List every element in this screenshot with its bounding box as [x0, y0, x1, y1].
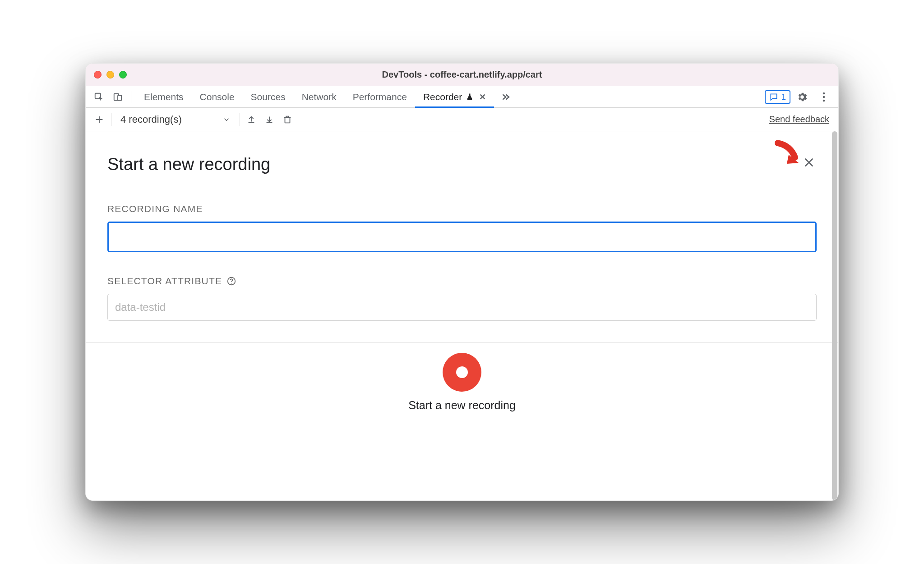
settings-button[interactable] — [792, 86, 812, 107]
tab-network[interactable]: Network — [294, 86, 345, 107]
tab-sources[interactable]: Sources — [243, 86, 294, 107]
record-icon — [456, 366, 468, 378]
help-icon[interactable] — [226, 276, 236, 286]
tab-label: Recorder — [423, 92, 462, 102]
panel-tabs: Elements Console Sources Network Perform… — [136, 86, 494, 107]
scrollbar[interactable] — [832, 131, 837, 500]
titlebar: DevTools - coffee-cart.netlify.app/cart — [86, 64, 838, 86]
tab-console[interactable]: Console — [192, 86, 243, 107]
plus-icon — [94, 115, 104, 125]
tab-recorder[interactable]: Recorder ✕ — [415, 86, 494, 107]
trash-icon — [282, 115, 292, 125]
upload-icon — [246, 115, 256, 125]
svg-point-5 — [823, 99, 825, 102]
svg-rect-2 — [118, 95, 121, 100]
inspect-element-icon[interactable] — [90, 86, 107, 107]
chevron-down-icon — [222, 116, 231, 124]
svg-point-4 — [823, 96, 825, 98]
tabstrip: Elements Console Sources Network Perform… — [86, 86, 838, 108]
tab-label: Console — [200, 92, 235, 102]
close-icon — [803, 157, 815, 168]
selector-attribute-label: SELECTOR ATTRIBUTE — [107, 276, 817, 287]
window-title: DevTools - coffee-cart.netlify.app/cart — [86, 69, 838, 80]
record-area: Start a new recording — [107, 343, 817, 500]
selector-attribute-input[interactable] — [107, 294, 817, 321]
kebab-icon — [822, 92, 825, 102]
gear-icon — [796, 91, 808, 103]
recording-name-label: RECORDING NAME — [107, 203, 817, 214]
import-button[interactable] — [263, 113, 276, 126]
panel-heading: Start a new recording — [107, 155, 270, 174]
flask-icon — [466, 93, 474, 101]
divider — [111, 113, 111, 126]
selector-attribute-label-text: SELECTOR ATTRIBUTE — [107, 276, 222, 287]
issues-badge[interactable]: 1 — [765, 90, 790, 104]
close-panel-button[interactable] — [799, 152, 819, 175]
scrollbar-thumb[interactable] — [832, 131, 837, 500]
recordings-count-label: 4 recording(s) — [120, 114, 182, 125]
recordings-dropdown[interactable]: 4 recording(s) — [116, 114, 235, 125]
recorder-toolbar: 4 recording(s) Send feedback — [86, 108, 838, 131]
tab-label: Network — [302, 92, 337, 102]
send-feedback-link[interactable]: Send feedback — [769, 114, 832, 125]
tab-label: Elements — [144, 92, 184, 102]
divider — [240, 113, 240, 126]
tab-label: Sources — [251, 92, 286, 102]
chat-icon — [769, 92, 778, 102]
tab-label: Performance — [353, 92, 407, 102]
tab-overflow-button[interactable] — [496, 86, 516, 107]
download-icon — [264, 115, 274, 125]
tab-performance[interactable]: Performance — [345, 86, 415, 107]
panel-body: Start a new recording RECORDING NAME SEL… — [86, 131, 838, 500]
new-recording-button[interactable] — [92, 112, 106, 127]
tab-close-icon[interactable]: ✕ — [477, 92, 486, 102]
svg-rect-6 — [285, 117, 290, 123]
svg-point-8 — [231, 283, 232, 284]
devtools-window: DevTools - coffee-cart.netlify.app/cart … — [85, 63, 839, 501]
tab-elements[interactable]: Elements — [136, 86, 192, 107]
divider — [131, 91, 131, 103]
start-recording-button[interactable] — [443, 353, 481, 392]
toggle-device-toolbar-icon[interactable] — [109, 86, 126, 107]
start-recording-label: Start a new recording — [408, 399, 516, 412]
recording-name-input[interactable] — [107, 222, 817, 252]
issues-count: 1 — [781, 92, 786, 102]
delete-button[interactable] — [281, 113, 294, 126]
export-button[interactable] — [245, 113, 258, 126]
more-options-button[interactable] — [814, 86, 834, 107]
svg-point-3 — [823, 92, 825, 94]
